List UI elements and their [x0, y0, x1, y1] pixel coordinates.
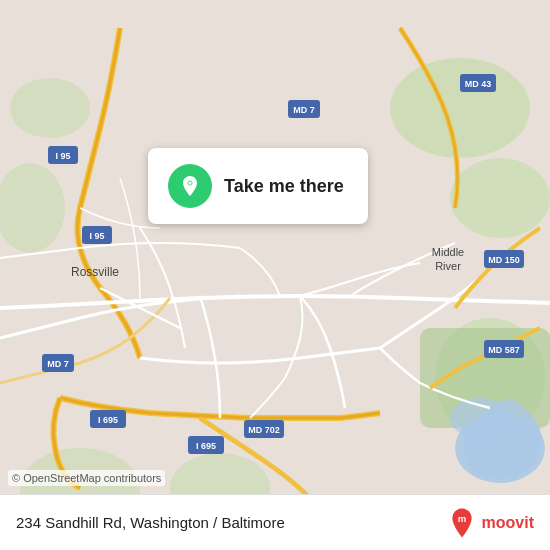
svg-text:MD 587: MD 587	[488, 345, 520, 355]
copyright-text: © OpenStreetMap contributors	[8, 470, 165, 486]
svg-text:MD 43: MD 43	[465, 79, 492, 89]
svg-point-5	[10, 78, 90, 138]
svg-text:MD 7: MD 7	[293, 105, 315, 115]
map-background: I 95 I 95 I 695 I 695 MD 7 MD 7 MD 43 MD…	[0, 0, 550, 550]
svg-text:I 695: I 695	[196, 441, 216, 451]
moovit-icon: m	[446, 507, 478, 539]
svg-text:Rossville: Rossville	[71, 265, 119, 279]
svg-text:I 695: I 695	[98, 415, 118, 425]
svg-point-2	[450, 158, 550, 238]
location-pin-icon	[168, 164, 212, 208]
moovit-text: moovit	[482, 514, 534, 532]
svg-point-35	[189, 182, 192, 185]
svg-text:Middle: Middle	[432, 246, 464, 258]
svg-text:MD 150: MD 150	[488, 255, 520, 265]
svg-text:River: River	[435, 260, 461, 272]
svg-text:m: m	[457, 513, 466, 524]
svg-text:I 95: I 95	[55, 151, 70, 161]
cta-label: Take me there	[224, 176, 344, 197]
address-text: 234 Sandhill Rd, Washington / Baltimore	[16, 514, 285, 531]
cta-card[interactable]: Take me there	[148, 148, 368, 224]
bottom-bar: 234 Sandhill Rd, Washington / Baltimore …	[0, 494, 550, 550]
map-container: I 95 I 95 I 695 I 695 MD 7 MD 7 MD 43 MD…	[0, 0, 550, 550]
svg-text:I 95: I 95	[89, 231, 104, 241]
svg-point-1	[390, 58, 530, 158]
svg-text:MD 7: MD 7	[47, 359, 69, 369]
moovit-logo: m moovit	[446, 507, 534, 539]
svg-text:MD 702: MD 702	[248, 425, 280, 435]
